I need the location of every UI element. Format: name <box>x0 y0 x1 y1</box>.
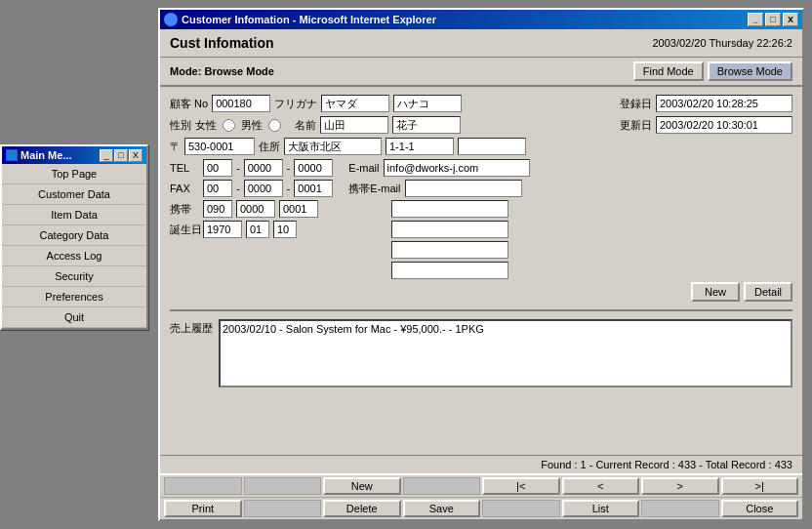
delete-button[interactable]: Delete <box>323 500 401 517</box>
extra-input-2[interactable] <box>391 221 508 238</box>
name-last-input[interactable] <box>320 116 388 134</box>
mobile-email-row: 携帯E-mail <box>348 180 529 197</box>
empty-btn-3 <box>403 477 481 495</box>
customer-no-input[interactable] <box>212 95 270 112</box>
ie-close-button[interactable]: X <box>783 13 798 26</box>
birthday-row: 誕生日 <box>170 221 333 238</box>
empty-btn-1 <box>164 477 242 495</box>
bottom-bar-row2: Print Delete Save List Close <box>160 498 802 519</box>
gender-male-radio[interactable] <box>268 119 281 132</box>
register-date-input[interactable] <box>656 95 792 112</box>
extra-input-3[interactable] <box>391 241 508 259</box>
form-row-4-container: TEL - - FAX - - <box>170 159 792 279</box>
prev-record-button[interactable]: < <box>562 477 640 495</box>
update-date-input[interactable] <box>656 116 792 134</box>
zip-label: 〒 <box>170 140 181 154</box>
form-row-2: 性別 女性 男性 名前 更新日 <box>170 116 792 134</box>
sidebar-item-quit[interactable]: Quit <box>2 307 146 328</box>
bottom-bar-row1: New |< < > >| <box>160 475 802 498</box>
last-record-button[interactable]: >| <box>721 477 799 495</box>
fax1-input[interactable] <box>203 180 232 197</box>
sidebar-item-item-data[interactable]: Item Data <box>2 205 146 225</box>
main-menu-controls: _ □ X <box>100 149 142 162</box>
mobile-email-input[interactable] <box>405 180 522 197</box>
section-divider <box>170 309 792 311</box>
customer-no-label: 顧客 No <box>170 97 208 111</box>
ie-minimize-button[interactable]: _ <box>748 13 763 26</box>
new-button[interactable]: New <box>691 282 740 302</box>
sidebar-item-access-log[interactable]: Access Log <box>2 246 146 266</box>
ie-window: Customer Infomation - Microsoft Internet… <box>158 8 804 521</box>
address-label: 住所 <box>259 140 280 154</box>
maximize-button[interactable]: □ <box>114 149 128 162</box>
email-column: E-mail 携帯E-mail <box>348 159 529 279</box>
detail-button[interactable]: Detail <box>744 282 792 302</box>
gender-female-label: 女性 <box>195 118 217 133</box>
ie-title: Customer Infomation - Microsoft Internet… <box>164 13 436 26</box>
menu-items-list: Top Page Customer Data Item Data Categor… <box>2 164 146 328</box>
address2-input[interactable] <box>386 138 454 155</box>
ie-maximize-button[interactable]: □ <box>765 13 781 26</box>
main-menu-window: Main Me... _ □ X Top Page Customer Data … <box>0 144 148 330</box>
fax2-input[interactable] <box>244 180 283 197</box>
birthday3-input[interactable] <box>273 221 297 238</box>
update-date-label: 更新日 <box>620 118 652 133</box>
sidebar-item-preferences[interactable]: Preferences <box>2 287 146 307</box>
main-menu-titlebar: Main Me... _ □ X <box>2 146 146 164</box>
first-record-button[interactable]: |< <box>482 477 560 495</box>
main-menu-icon <box>6 149 18 161</box>
sales-history-box[interactable]: 2003/02/10 - Salon System for Mac - ¥95,… <box>219 319 792 387</box>
empty-btn-6 <box>641 500 719 517</box>
close-button[interactable]: X <box>129 149 142 162</box>
gender-female-radio[interactable] <box>223 119 235 132</box>
extra-input-4[interactable] <box>391 262 508 279</box>
tel1-input[interactable] <box>203 159 232 177</box>
birthday2-input[interactable] <box>246 221 269 238</box>
browse-mode-button[interactable]: Browse Mode <box>708 61 792 81</box>
mode-label: Mode: Browse Mode <box>170 65 274 77</box>
mode-buttons: Find Mode Browse Mode <box>633 61 792 81</box>
tel3-input[interactable] <box>294 159 333 177</box>
close-button-bottom[interactable]: Close <box>721 500 799 517</box>
sidebar-item-customer-data[interactable]: Customer Data <box>2 184 146 205</box>
new-bottom-button[interactable]: New <box>323 477 401 495</box>
sidebar-item-top-page[interactable]: Top Page <box>2 164 146 184</box>
header-bar: Cust Infomation 2003/02/20 Thursday 22:2… <box>160 29 802 58</box>
address3-input[interactable] <box>458 138 526 155</box>
gender-male-label: 男性 <box>241 118 263 133</box>
empty-btn-5 <box>482 500 560 517</box>
list-button[interactable]: List <box>562 500 640 517</box>
furigana-first-input[interactable] <box>393 95 462 112</box>
fax3-input[interactable] <box>294 180 333 197</box>
tel-row: TEL - - <box>170 159 333 177</box>
email-input[interactable] <box>384 159 530 177</box>
birthday1-input[interactable] <box>203 221 242 238</box>
email-label: E-mail <box>348 162 379 174</box>
sidebar-item-security[interactable]: Security <box>2 266 146 287</box>
tel2-input[interactable] <box>244 159 283 177</box>
register-date-label: 登録日 <box>620 97 652 111</box>
new-detail-row: New Detail <box>170 282 792 302</box>
zip-input[interactable] <box>184 138 255 155</box>
sales-history-content: 2003/02/10 - Salon System for Mac - ¥95,… <box>223 323 484 335</box>
mobile2-input[interactable] <box>236 200 275 218</box>
ie-content: Cust Infomation 2003/02/20 Thursday 22:2… <box>160 29 802 519</box>
mobile1-input[interactable] <box>203 200 232 218</box>
form-area: 顧客 No フリガナ 登録日 性別 女性 男性 名前 更新日 <box>160 87 802 455</box>
extra-input-1[interactable] <box>391 200 508 218</box>
status-text: Found : 1 - Current Record : 433 - Total… <box>541 459 792 470</box>
birthday-label: 誕生日 <box>170 223 199 237</box>
name-first-input[interactable] <box>392 116 461 134</box>
sidebar-item-category-data[interactable]: Category Data <box>2 225 146 246</box>
find-mode-button[interactable]: Find Mode <box>633 61 704 81</box>
next-record-button[interactable]: > <box>641 477 719 495</box>
minimize-button[interactable]: _ <box>100 149 113 162</box>
mobile3-input[interactable] <box>279 200 318 218</box>
print-button[interactable]: Print <box>164 500 242 517</box>
save-button[interactable]: Save <box>403 500 481 517</box>
address1-input[interactable] <box>284 138 382 155</box>
furigana-last-input[interactable] <box>321 95 389 112</box>
sales-history-label: 売上履歴 <box>170 321 213 336</box>
tel-label: TEL <box>170 162 199 174</box>
history-container: 売上履歴 2003/02/10 - Salon System for Mac -… <box>170 319 792 387</box>
